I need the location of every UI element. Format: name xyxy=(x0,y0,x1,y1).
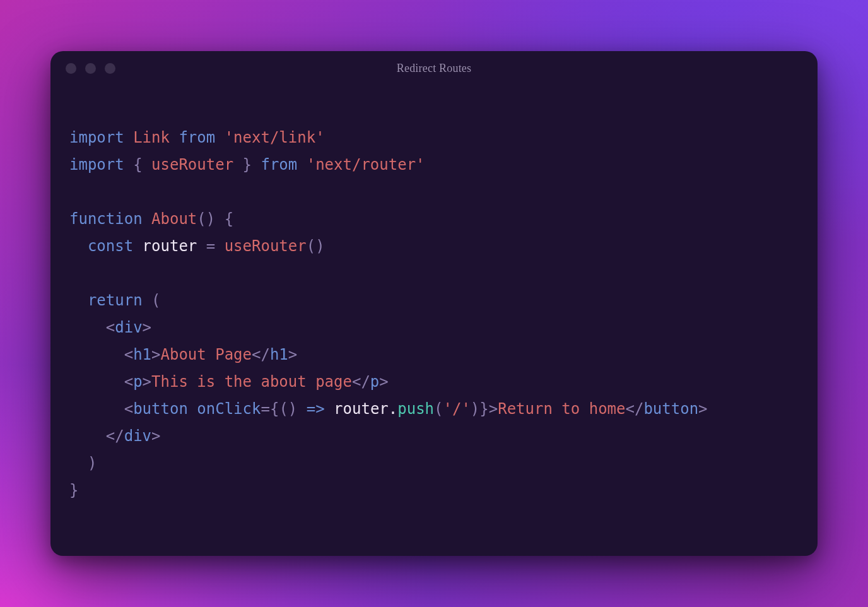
close-dot-icon[interactable] xyxy=(66,63,76,74)
minimize-dot-icon[interactable] xyxy=(85,63,96,74)
code-line-14: } xyxy=(69,481,78,499)
window-title: Redirect Routes xyxy=(397,62,471,75)
code-editor[interactable]: import Link from 'next/link' import { us… xyxy=(50,85,818,556)
window-titlebar: Redirect Routes xyxy=(50,51,818,85)
code-line-1: import Link from 'next/link' xyxy=(69,129,325,146)
code-line-11: <button onClick={() => router.push('/')}… xyxy=(69,400,708,418)
code-window: Redirect Routes import Link from 'next/l… xyxy=(50,51,818,556)
code-line-5: const router = useRouter() xyxy=(69,237,325,255)
code-line-7: return ( xyxy=(69,292,161,309)
code-line-13: ) xyxy=(69,454,97,472)
code-line-2: import { useRouter } from 'next/router' xyxy=(69,156,425,174)
code-line-12: </div> xyxy=(69,427,161,445)
code-line-10: <p>This is the about page</p> xyxy=(69,373,389,391)
code-line-8: <div> xyxy=(69,319,151,336)
code-line-4: function About() { xyxy=(69,210,233,228)
traffic-lights xyxy=(66,63,115,74)
code-line-9: <h1>About Page</h1> xyxy=(69,346,297,363)
maximize-dot-icon[interactable] xyxy=(105,63,115,74)
